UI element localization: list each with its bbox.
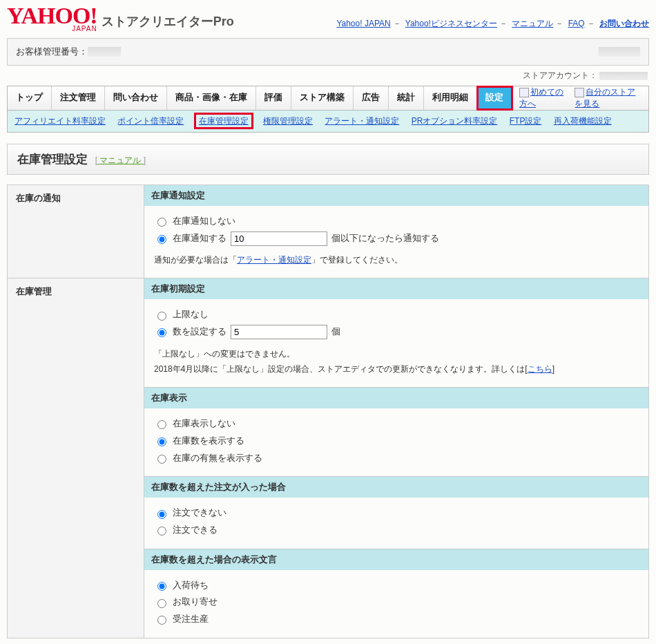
customer-bar: お客様管理番号： <box>7 38 649 66</box>
initial-note2-prefix: 2018年4月以降に「上限なし」設定の場合、ストアエディタでの更新ができなくなり… <box>154 364 528 374</box>
subtab-affiliate[interactable]: アフィリエイト料率設定 <box>15 116 106 126</box>
initial-note1: 「上限なし」への変更はできません。 <box>154 346 639 362</box>
initial-note2-suffix: ] <box>552 364 554 374</box>
link-faq[interactable]: FAQ <box>568 19 585 28</box>
radio-initial-nolimit[interactable] <box>157 312 166 321</box>
section-head-initial: 在庫初期設定 <box>144 278 648 299</box>
radio-wording-made[interactable] <box>157 616 166 625</box>
radio-over-can[interactable] <box>157 527 166 536</box>
radio-wording-wait[interactable] <box>157 582 166 591</box>
tab-store-build[interactable]: ストア構築 <box>291 86 354 110</box>
subtab-point-rate[interactable]: ポイント倍率設定 <box>117 116 184 126</box>
input-notify-threshold[interactable] <box>231 231 327 246</box>
store-icon <box>575 88 584 97</box>
label-initial-setnum: 数を設定する <box>173 323 226 341</box>
label-notify-none: 在庫通知しない <box>173 213 235 230</box>
rowhead-stock-manage: 在庫管理 <box>8 278 144 638</box>
rowhead-stock-notify: 在庫の通知 <box>8 185 144 278</box>
section-body-over-wording: 入荷待ち お取り寄せ 受注生産 <box>144 570 648 638</box>
section-head-over-order: 在庫数を超えた注文が入った場合 <box>144 476 648 498</box>
section-body-display: 在庫表示しない 在庫数を表示する 在庫の有無を表示する <box>144 408 648 476</box>
newbie-icon <box>519 88 529 97</box>
label-wording-made: 受注生産 <box>173 611 209 628</box>
logo-yahoo-text: YAHOO! <box>7 4 97 28</box>
notify-note-prefix: 通知が必要な場合は「 <box>154 255 237 265</box>
subtab-ftp[interactable]: FTP設定 <box>510 116 542 126</box>
tab-extras: 初めての方へ 自分のストアを見る <box>512 86 648 110</box>
tab-reviews[interactable]: 評価 <box>256 86 291 110</box>
notify-note-link[interactable]: アラート・通知設定 <box>237 255 311 265</box>
section-body-stock-notify: 在庫通知しない 在庫通知する 個以下になったら通知する 通知が必要な場合は「アラ… <box>144 206 648 278</box>
label-wording-order: お取り寄せ <box>173 594 218 611</box>
label-initial-unit: 個 <box>331 323 340 341</box>
radio-notify-do[interactable] <box>157 235 166 244</box>
customer-number-label: お客様管理番号： <box>16 46 88 58</box>
radio-over-cannot[interactable] <box>157 510 166 519</box>
tab-billing[interactable]: 利用明細 <box>424 86 477 110</box>
subtab-pr-option[interactable]: PRオプション料率設定 <box>412 116 498 126</box>
subtab-stock-manage[interactable]: 在庫管理設定 <box>196 115 251 127</box>
label-notify-do: 在庫通知する <box>173 230 226 247</box>
label-notify-suffix: 個以下になったら通知する <box>331 230 439 247</box>
label-display-none: 在庫表示しない <box>173 415 235 433</box>
radio-display-avail[interactable] <box>157 455 166 464</box>
subtab-restock[interactable]: 再入荷機能設定 <box>554 116 612 126</box>
app-title: ストアクリエイターPro <box>102 13 234 32</box>
label-over-can: 注文できる <box>173 522 218 539</box>
section-body-over-order: 注文できない 注文できる <box>144 498 648 548</box>
radio-initial-setnum[interactable] <box>157 328 166 337</box>
tab-products[interactable]: 商品・画像・在庫 <box>167 86 256 110</box>
radio-wording-order[interactable] <box>157 599 166 608</box>
settings-table: 在庫の通知 在庫通知設定 在庫通知しない 在庫通知する 個以下になったら通知する… <box>7 184 649 638</box>
sub-tabs: アフィリエイト料率設定 ポイント倍率設定 在庫管理設定 権限管理設定 アラート・… <box>7 111 649 133</box>
tab-ads[interactable]: 広告 <box>354 86 389 110</box>
notify-note-suffix: 」で登録してください。 <box>311 255 403 265</box>
radio-display-count[interactable] <box>157 437 166 446</box>
store-account: ストアアカウント： <box>0 70 656 86</box>
radio-display-none[interactable] <box>157 420 166 429</box>
store-account-masked <box>599 72 648 80</box>
section-head-over-wording: 在庫数を超えた場合の表示文言 <box>144 549 648 570</box>
header-links: Yahoo! JAPAN－ Yahoo!ビジネスセンター－ マニュアル－ FAQ… <box>336 18 649 32</box>
customer-number-masked <box>88 47 121 57</box>
page-title-bar: 在庫管理設定 マニュアル <box>7 144 649 175</box>
tab-inquiry[interactable]: 問い合わせ <box>105 86 167 110</box>
label-display-count: 在庫数を表示する <box>173 433 244 450</box>
input-initial-value[interactable] <box>231 325 327 339</box>
main-tabs: トップ 注文管理 問い合わせ 商品・画像・在庫 評価 ストア構築 広告 統計 利… <box>7 86 649 111</box>
subtab-permission[interactable]: 権限管理設定 <box>263 116 313 126</box>
link-manual[interactable]: マニュアル <box>512 19 553 28</box>
store-account-label: ストアアカウント： <box>523 70 597 80</box>
tab-orders[interactable]: 注文管理 <box>52 86 105 110</box>
logo[interactable]: YAHOO! JAPAN ストアクリエイターPro <box>7 4 234 32</box>
link-yahoo-japan[interactable]: Yahoo! JAPAN <box>336 19 390 28</box>
radio-notify-none[interactable] <box>157 218 166 227</box>
tab-settings[interactable]: 設定 <box>477 86 512 110</box>
page-manual-link[interactable]: マニュアル <box>95 155 146 165</box>
label-wording-wait: 入荷待ち <box>173 577 209 594</box>
subtab-alert[interactable]: アラート・通知設定 <box>325 116 399 126</box>
label-over-cannot: 注文できない <box>173 504 226 522</box>
label-display-avail: 在庫の有無を表示する <box>173 450 262 467</box>
section-head-stock-notify: 在庫通知設定 <box>144 185 648 206</box>
customer-bar-right-masked <box>599 47 640 57</box>
label-initial-nolimit: 上限なし <box>173 306 209 323</box>
page-title: 在庫管理設定 <box>17 153 88 166</box>
link-biz-center[interactable]: Yahoo!ビジネスセンター <box>405 19 497 28</box>
section-head-display: 在庫表示 <box>144 387 648 408</box>
section-body-initial: 上限なし 数を設定する 個 「上限なし」への変更はできません。 2018年4月以… <box>144 299 648 387</box>
link-contact[interactable]: お問い合わせ <box>599 19 649 28</box>
initial-note2-link[interactable]: こちら <box>528 364 552 374</box>
header: YAHOO! JAPAN ストアクリエイターPro Yahoo! JAPAN－ … <box>0 0 656 38</box>
tab-stats[interactable]: 統計 <box>389 86 424 110</box>
tab-top[interactable]: トップ <box>8 86 52 110</box>
